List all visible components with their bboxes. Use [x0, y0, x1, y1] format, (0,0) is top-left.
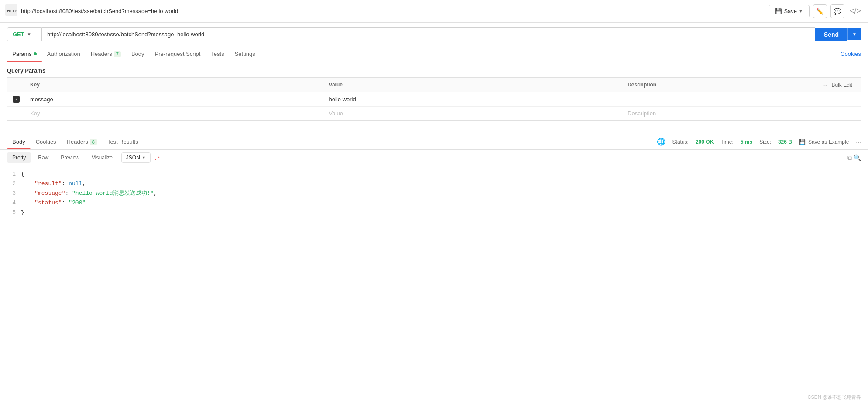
- param-key[interactable]: message: [30, 96, 53, 103]
- format-label: JSON: [126, 155, 140, 161]
- code-content-4: "status": "200": [21, 198, 861, 208]
- format-chevron-icon: ▼: [142, 155, 146, 160]
- tab-tests[interactable]: Tests: [206, 46, 229, 62]
- response-body-label: Body: [12, 138, 25, 145]
- tab-params[interactable]: Params: [7, 46, 42, 62]
- response-headers-label: Headers: [67, 138, 88, 145]
- body-view-raw[interactable]: Raw: [33, 152, 54, 163]
- svg-text:HTTP: HTTP: [7, 9, 17, 13]
- http-icon: HTTP: [5, 4, 17, 18]
- response-tab-headers[interactable]: Headers 8: [62, 134, 102, 149]
- method-select[interactable]: GET ▼: [7, 27, 42, 41]
- line-num-3: 3: [7, 189, 16, 198]
- code-content-1: {: [21, 169, 861, 179]
- col-header-checkbox: [7, 78, 25, 92]
- body-view-pretty[interactable]: Pretty: [7, 152, 31, 163]
- method-value: GET: [13, 31, 24, 38]
- tab-body-label: Body: [131, 51, 144, 57]
- tab-headers-label: Headers: [91, 51, 112, 57]
- response-tab-test-results[interactable]: Test Results: [102, 134, 144, 149]
- response-section: Body Cookies Headers 8 Test Results 🌐 St…: [0, 134, 868, 221]
- param-desc-placeholder[interactable]: Description: [628, 110, 656, 117]
- response-tabs-bar: Body Cookies Headers 8 Test Results 🌐 St…: [0, 134, 868, 150]
- tab-body[interactable]: Body: [126, 46, 150, 62]
- tab-headers[interactable]: Headers 7: [86, 46, 126, 62]
- top-actions: 💾 Save ▼ ✏️ 💬 </>: [769, 4, 863, 18]
- send-button-group: Send ▼: [815, 28, 861, 41]
- preview-label: Preview: [61, 155, 79, 161]
- col-header-key: Key: [25, 78, 324, 92]
- tab-authorization-label: Authorization: [47, 51, 80, 57]
- tab-params-label: Params: [12, 51, 32, 57]
- response-tab-cookies[interactable]: Cookies: [31, 134, 62, 149]
- time-value: 5 ms: [741, 139, 752, 145]
- body-view-preview[interactable]: Preview: [55, 152, 85, 163]
- globe-icon: 🌐: [657, 138, 666, 146]
- code-content-2: "result": null,: [21, 179, 861, 189]
- save-button[interactable]: 💾 Save ▼: [769, 5, 810, 17]
- response-cookies-label: Cookies: [36, 138, 56, 145]
- response-code-area: 1 { 2 "result": null, 3 "message": "hell…: [0, 166, 868, 221]
- search-button[interactable]: 🔍: [854, 154, 861, 161]
- row-checkbox-checked[interactable]: ✓: [13, 96, 20, 103]
- save-chevron-icon: ▼: [799, 9, 803, 14]
- top-url-text: http://localhost:8080/test/sse/batchSend…: [21, 8, 769, 14]
- edit-icon-button[interactable]: ✏️: [813, 4, 827, 18]
- top-bar: HTTP http://localhost:8080/test/sse/batc…: [0, 0, 868, 23]
- param-value[interactable]: hello world: [329, 96, 356, 103]
- visualize-label: Visualize: [92, 155, 113, 161]
- code-line-2: 2 "result": null,: [7, 179, 861, 189]
- query-params-title: Query Params: [7, 67, 861, 74]
- time-label: Time:: [720, 139, 734, 145]
- save-label: Save: [784, 8, 797, 14]
- table-row: ✓ message hello world: [7, 92, 861, 107]
- copy-button[interactable]: ⧉: [847, 154, 852, 162]
- close-button[interactable]: </>: [848, 5, 863, 17]
- comment-icon-button[interactable]: 💬: [830, 4, 844, 18]
- code-line-3: 3 "message": "hello world消息发送成功!",: [7, 189, 861, 198]
- line-num-1: 1: [7, 169, 16, 179]
- tab-authorization[interactable]: Authorization: [42, 46, 86, 62]
- tab-settings[interactable]: Settings: [230, 46, 261, 62]
- size-value: 326 B: [778, 139, 792, 145]
- line-num-2: 2: [7, 179, 16, 189]
- request-tabs-bar: Params Authorization Headers 7 Body Pre-…: [0, 46, 868, 62]
- raw-label: Raw: [38, 155, 48, 161]
- params-dot-indicator: [34, 52, 37, 55]
- send-main-button[interactable]: Send: [815, 28, 847, 41]
- tab-tests-label: Tests: [211, 51, 224, 57]
- param-value-placeholder[interactable]: Value: [329, 110, 343, 117]
- status-value: 200 OK: [696, 139, 714, 145]
- tab-prerequest[interactable]: Pre-request Script: [150, 46, 206, 62]
- save-example-label: Save as Example: [808, 139, 849, 145]
- format-select[interactable]: JSON ▼: [121, 152, 151, 163]
- save-as-example-button[interactable]: 💾 Save as Example: [799, 139, 849, 145]
- pretty-label: Pretty: [12, 155, 26, 161]
- wrap-button[interactable]: ⇌: [154, 154, 160, 162]
- bulk-edit-button[interactable]: Bulk Edit: [832, 82, 852, 88]
- tab-prerequest-label: Pre-request Script: [155, 51, 201, 57]
- code-line-5: 5 }: [7, 208, 861, 218]
- param-key-placeholder[interactable]: Key: [30, 110, 40, 117]
- response-more-button[interactable]: ···: [856, 138, 861, 145]
- col-header-value: Value: [324, 78, 623, 92]
- table-row-empty: Key Value Description: [7, 107, 861, 121]
- size-label: Size:: [759, 139, 771, 145]
- url-input[interactable]: [42, 27, 815, 41]
- response-tab-body[interactable]: Body: [7, 134, 31, 149]
- line-num-5: 5: [7, 208, 16, 218]
- more-button[interactable]: ···: [823, 81, 828, 88]
- request-bar: GET ▼ Send ▼: [0, 23, 868, 46]
- params-section: Query Params Key Value Description ··· B…: [0, 62, 868, 121]
- status-label: Status:: [672, 139, 689, 145]
- response-test-results-label: Test Results: [107, 138, 138, 145]
- col-header-description: Description: [622, 78, 817, 92]
- send-chevron-button[interactable]: ▼: [847, 28, 861, 40]
- cookies-link[interactable]: Cookies: [841, 46, 861, 62]
- body-view-visualize[interactable]: Visualize: [86, 152, 118, 163]
- code-content-3: "message": "hello world消息发送成功!",: [21, 189, 861, 198]
- body-view-tabs: Pretty Raw Preview Visualize JSON ▼ ⇌ ⧉ …: [0, 150, 868, 166]
- code-content-5: }: [21, 208, 861, 218]
- headers-badge: 7: [114, 51, 121, 57]
- col-header-actions: ··· Bulk Edit: [817, 78, 861, 92]
